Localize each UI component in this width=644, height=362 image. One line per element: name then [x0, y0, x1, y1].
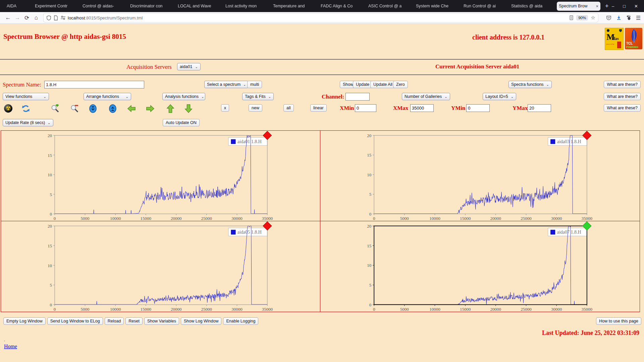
home-link[interactable]: Home — [4, 344, 17, 350]
ymin-input[interactable] — [466, 104, 490, 112]
channel-input[interactable] — [345, 93, 370, 101]
tags-fits-dropdown[interactable]: Tags & Fits⌄ — [242, 93, 274, 100]
spectrum-gallery: 0500010000150002000025000300003500005101… — [1, 130, 640, 312]
spectrum-panel-aida01[interactable]: 0500010000150002000025000300003500005101… — [1, 131, 320, 221]
spectrum-panel-aida07[interactable]: 0500010000150002000025000300003500005101… — [320, 221, 640, 312]
update-all-button[interactable]: Update All — [370, 81, 395, 88]
update-button[interactable]: Update — [353, 81, 372, 88]
browser-tab[interactable]: LOCAL and Wave — [176, 2, 219, 10]
browser-tab[interactable]: FADC Align & Co — [319, 2, 362, 10]
bookmark-star-icon[interactable]: ☆ — [591, 15, 595, 21]
window-maximize-button[interactable]: □ — [623, 4, 626, 9]
browser-tab[interactable]: ASIC Control @ a — [366, 2, 410, 10]
send-log-to-elog-button[interactable]: Send Log Window to ELog — [47, 317, 103, 325]
spectrum-name-input[interactable] — [44, 81, 144, 88]
scroll-down-icon[interactable] — [89, 104, 97, 113]
spectrum-panel-aida05[interactable]: 0500010000150002000025000300003500005101… — [1, 221, 320, 312]
back-button[interactable]: ← — [3, 13, 13, 22]
radiation-icon[interactable]: ☢ — [4, 104, 12, 113]
layout-id-dropdown[interactable]: Layout ID=5⌄ — [483, 93, 516, 100]
browser-tab[interactable]: Discriminator con — [128, 2, 172, 10]
svg-text:25000: 25000 — [201, 216, 212, 221]
linear-button[interactable]: linear — [310, 104, 327, 112]
svg-text:10000: 10000 — [110, 307, 121, 312]
midas-logo-dot — [607, 29, 609, 32]
empty-log-window-button[interactable]: Empty Log Window — [3, 317, 46, 325]
svg-text:20000: 20000 — [171, 216, 182, 221]
what-are-these-button[interactable]: What are these? — [604, 104, 641, 112]
browser-tab-active[interactable]: Spectrum Brow × — [557, 2, 600, 11]
tab-close-icon[interactable]: × — [594, 4, 598, 9]
svg-text:0: 0 — [54, 307, 56, 312]
tab-strip: AIDA Experiment Contr Control @ aidas- D… — [2, 0, 609, 12]
browser-tab[interactable]: Experiment Contr — [33, 2, 76, 10]
scroll-up-icon[interactable] — [108, 104, 117, 113]
new-button[interactable]: new — [249, 104, 262, 112]
new-tab-button[interactable]: + — [605, 3, 609, 10]
window-close-button[interactable]: ✕ — [634, 4, 638, 9]
what-are-these-button[interactable]: What are these? — [604, 81, 641, 88]
browser-tab[interactable]: AIDA — [5, 2, 29, 10]
svg-text:20: 20 — [367, 224, 371, 229]
zoom-in-icon[interactable] — [51, 104, 59, 113]
browser-tab[interactable]: Run Control @ ai — [462, 2, 505, 10]
show-variables-button[interactable]: Show Variables — [144, 317, 179, 325]
svg-text:30000: 30000 — [551, 307, 562, 312]
menu-icon[interactable]: ☰ — [636, 15, 641, 21]
view-functions-dropdown[interactable]: View functions⌄ — [3, 93, 49, 100]
up-arrow-icon[interactable] — [166, 104, 175, 113]
window-minimize-button[interactable]: – — [612, 4, 614, 9]
shield-icon[interactable] — [46, 15, 51, 20]
how-to-use-button[interactable]: How to use this page — [596, 317, 641, 325]
browser-tab[interactable]: Statistics @ aida — [509, 2, 553, 10]
select-spectrum-dropdown[interactable]: Select a spectrum⌄ — [204, 81, 249, 88]
enable-logging-button[interactable]: Enable Logging — [223, 317, 258, 325]
site-permissions-icon[interactable] — [60, 15, 66, 20]
xmin-input[interactable] — [355, 104, 376, 112]
browser-tab[interactable]: Lost activity mon — [223, 2, 267, 10]
pocket-icon[interactable] — [606, 15, 611, 20]
url-bar[interactable]: localhost:8015/Spectrum/Spectrum.tml 90%… — [44, 13, 598, 22]
svg-text:15000: 15000 — [460, 307, 471, 312]
svg-text:5000: 5000 — [400, 216, 409, 221]
what-are-these-button[interactable]: What are these? — [604, 93, 641, 100]
multi-button[interactable]: multi — [247, 81, 262, 88]
spectrum-panel-aida03[interactable]: 0500010000150002000025000300003500005101… — [320, 131, 640, 221]
down-arrow-icon[interactable] — [184, 104, 193, 113]
auto-update-button[interactable]: Auto Update ON — [163, 119, 200, 126]
acquisition-server-select[interactable]: aida01⌄ — [177, 63, 201, 70]
xmax-input[interactable] — [410, 104, 434, 112]
home-button[interactable]: ⌂ — [32, 13, 41, 22]
zero-button[interactable]: Zero — [393, 81, 408, 88]
reader-view-icon[interactable] — [569, 15, 574, 20]
update-rate-dropdown[interactable]: Update Rate (8 secs)⌄ — [3, 119, 53, 126]
show-log-window-button[interactable]: Show Log Window — [181, 317, 222, 325]
number-of-galleries-dropdown[interactable]: Number of Galleries⌄ — [402, 93, 450, 100]
reload-button[interactable]: ⟳ — [22, 13, 32, 22]
svg-text:15: 15 — [367, 243, 371, 248]
browser-tab[interactable]: Temperature and — [271, 2, 315, 10]
browser-tab[interactable]: System wide Che — [414, 2, 458, 10]
arrange-functions-dropdown[interactable]: Arrange functions⌄ — [84, 93, 131, 100]
svg-text:10000: 10000 — [429, 307, 440, 312]
forward-button[interactable]: → — [13, 13, 22, 22]
svg-text:5000: 5000 — [400, 307, 409, 312]
download-icon[interactable] — [616, 15, 622, 20]
analysis-functions-dropdown[interactable]: Analysis functions⌄ — [162, 93, 205, 100]
svg-text:10000: 10000 — [110, 216, 121, 221]
next-arrow-icon[interactable] — [146, 104, 155, 113]
refresh-icon[interactable] — [21, 104, 30, 113]
reload-button-page[interactable]: Reload — [105, 317, 124, 325]
x-button[interactable]: x — [221, 104, 229, 112]
browser-tab[interactable]: Control @ aidas- — [80, 2, 124, 10]
previous-arrow-icon[interactable] — [127, 104, 136, 113]
gnome-foot-icon[interactable] — [626, 15, 631, 20]
svg-text:0: 0 — [373, 216, 375, 221]
spectra-functions-dropdown[interactable]: Spectra functions⌄ — [508, 81, 552, 88]
zoom-level-badge[interactable]: 90% — [576, 15, 588, 20]
ymax-input[interactable] — [528, 104, 551, 112]
reset-button[interactable]: Reset — [125, 317, 143, 325]
zoom-out-icon[interactable] — [70, 104, 79, 113]
all-button[interactable]: all — [283, 104, 294, 112]
page-info-icon[interactable] — [54, 15, 58, 20]
